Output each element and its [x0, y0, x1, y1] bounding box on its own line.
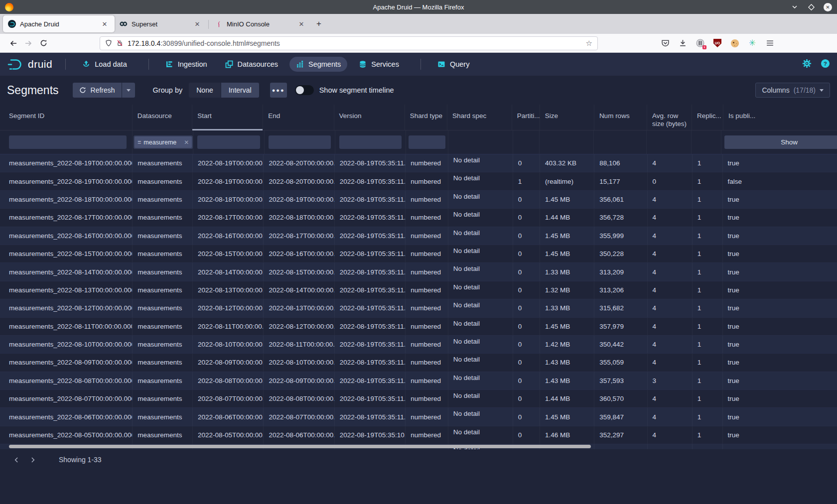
- version-filter-input[interactable]: [339, 135, 402, 149]
- more-options-button[interactable]: ●●●: [270, 83, 287, 98]
- datasource-filter-tag[interactable]: = measureme ✕: [135, 136, 192, 148]
- table-row[interactable]: measurements_2022-08-15T00:00:00.000Z...…: [0, 245, 837, 263]
- table-cell: 2022-08-11T00:00:00.0...: [193, 318, 264, 335]
- table-cell: 2022-08-17T00:00:00.0...: [264, 227, 334, 245]
- group-by-label: Group by: [153, 86, 183, 94]
- tab-close-icon[interactable]: ✕: [100, 19, 110, 29]
- forward-icon[interactable]: [21, 36, 36, 50]
- column-header[interactable]: End: [263, 105, 334, 130]
- ublock-icon[interactable]: UO: [712, 38, 723, 49]
- table-row[interactable]: measurements_2022-08-07T00:00:00.000Z...…: [0, 390, 837, 408]
- columns-button[interactable]: Columns (17/18): [755, 83, 830, 98]
- nav-item-services[interactable]: Services: [352, 57, 406, 72]
- table-cell: 1.46 MB: [540, 426, 594, 444]
- window-minimize-icon[interactable]: [791, 3, 799, 11]
- tag-remove-icon[interactable]: ✕: [184, 139, 189, 146]
- group-by-none-button[interactable]: None: [189, 83, 220, 98]
- table-row[interactable]: measurements_2022-08-11T00:00:00.000Z...…: [0, 318, 837, 336]
- window-maximize-icon[interactable]: [807, 3, 815, 11]
- tab-superset[interactable]: Superset ✕: [115, 15, 207, 32]
- extension-disabled-icon[interactable]: x: [695, 38, 705, 49]
- table-row[interactable]: measurements_2022-08-10T00:00:00.000Z...…: [0, 336, 837, 354]
- downloads-icon[interactable]: [677, 38, 688, 49]
- column-header[interactable]: Start: [192, 105, 263, 130]
- table-cell: 2022-08-18T00:00:00.0...: [264, 209, 334, 226]
- column-header[interactable]: Datasource: [133, 105, 192, 130]
- table-row[interactable]: measurements_2022-08-19T00:00:00.000Z...…: [0, 154, 837, 172]
- window-titlebar: Apache Druid — Mozilla Firefox ✕: [0, 0, 837, 14]
- table-row[interactable]: measurements_2022-08-18T00:00:00.000Z...…: [0, 191, 837, 209]
- window-close-icon[interactable]: ✕: [824, 3, 832, 11]
- column-header[interactable]: Partiti...: [512, 105, 540, 130]
- segment-timeline-toggle[interactable]: [295, 85, 314, 95]
- help-icon[interactable]: ?: [821, 59, 830, 70]
- column-header[interactable]: Size: [540, 105, 594, 130]
- table-cell: 1.44 MB: [540, 390, 594, 407]
- column-header[interactable]: Segment ID: [0, 105, 133, 130]
- tab-close-icon[interactable]: ✕: [296, 19, 306, 29]
- datasource-filter-input[interactable]: = measureme ✕: [134, 135, 193, 149]
- refresh-label: Refresh: [91, 86, 115, 94]
- column-header[interactable]: Num rows: [594, 105, 647, 130]
- filter-cell-end: [265, 130, 335, 154]
- table-row[interactable]: measurements_2022-08-06T00:00:00.000Z...…: [0, 408, 837, 426]
- table-cell: 403.32 KB: [540, 154, 594, 172]
- insecure-lock-icon[interactable]: [117, 39, 123, 47]
- column-header[interactable]: Shard spec: [447, 105, 512, 130]
- table-cell: 2022-08-09T00:00:00.0...: [193, 354, 264, 371]
- start-filter-input[interactable]: [197, 135, 260, 149]
- bookmark-star-icon[interactable]: ☆: [586, 39, 592, 48]
- table-row[interactable]: measurements_2022-08-16T00:00:00.000Z...…: [0, 227, 837, 245]
- druid-logo[interactable]: druid: [7, 58, 52, 71]
- nav-item-datasources[interactable]: Datasources: [219, 57, 284, 72]
- table-cell: measurements: [133, 336, 193, 353]
- settings-gear-icon[interactable]: [802, 59, 812, 70]
- refresh-button[interactable]: Refresh: [73, 83, 122, 98]
- table-row[interactable]: measurements_2022-08-13T00:00:00.000Z...…: [0, 281, 837, 299]
- table-row[interactable]: measurements_2022-08-09T00:00:00.000Z...…: [0, 354, 837, 372]
- ingestion-icon: [165, 60, 173, 68]
- column-header[interactable]: Avg. row size (bytes): [647, 105, 692, 130]
- new-tab-button[interactable]: +: [311, 16, 326, 31]
- is-published-show-button[interactable]: Show: [724, 135, 837, 149]
- shard-type-filter-input[interactable]: [409, 135, 445, 149]
- nav-item-segments[interactable]: Segments: [289, 57, 347, 72]
- tab-minio-console[interactable]: MinIO Console ✕: [210, 15, 311, 32]
- table-row[interactable]: measurements_2022-08-08T00:00:00.000Z...…: [0, 372, 837, 390]
- back-icon[interactable]: [6, 36, 21, 50]
- table-cell: 2022-08-19T00:00:00.0...: [264, 191, 334, 208]
- cookie-extension-icon[interactable]: [729, 38, 740, 49]
- end-filter-input[interactable]: [269, 135, 331, 149]
- asterisk-extension-icon[interactable]: ✳: [747, 38, 758, 49]
- pocket-icon[interactable]: [660, 38, 671, 49]
- table-cell: 355,999: [594, 227, 647, 245]
- table-cell: measurements_2022-08-19T00:00:00.000Z...: [0, 154, 133, 172]
- segment-id-filter-input[interactable]: [9, 135, 127, 149]
- menu-hamburger-icon[interactable]: [764, 38, 775, 49]
- group-by-interval-button[interactable]: Interval: [221, 83, 259, 98]
- nav-item-query[interactable]: Query: [431, 57, 476, 72]
- horizontal-scrollbar[interactable]: [9, 445, 591, 448]
- column-header[interactable]: Is publi...: [723, 105, 837, 130]
- next-page-icon[interactable]: [26, 453, 39, 466]
- table-row[interactable]: measurements_2022-08-05T00:00:00.000Z...…: [0, 426, 837, 444]
- table-row[interactable]: measurements_2022-08-12T00:00:00.000Z...…: [0, 299, 837, 317]
- nav-item-ingestion[interactable]: Ingestion: [159, 57, 214, 72]
- table-row[interactable]: measurements_2022-08-14T00:00:00.000Z...…: [0, 263, 837, 281]
- nav-item-load-data[interactable]: Load data: [76, 57, 134, 72]
- column-header-label: Avg. row size (bytes): [652, 112, 687, 127]
- shield-icon[interactable]: [105, 39, 112, 47]
- table-row[interactable]: measurements_2022-08-17T00:00:00.000Z...…: [0, 209, 837, 227]
- refresh-caret-button[interactable]: [122, 83, 135, 98]
- tab-close-icon[interactable]: ✕: [192, 19, 202, 29]
- column-header[interactable]: Replic...: [692, 105, 723, 130]
- tab-apache-druid[interactable]: Apache Druid ✕: [3, 15, 115, 32]
- table-cell: No detail: [448, 154, 513, 172]
- table-cell: No detail: [448, 263, 513, 280]
- column-header[interactable]: Version: [334, 105, 405, 130]
- table-row[interactable]: measurements_2022-08-19T00:00:00.000Z...…: [0, 172, 837, 190]
- column-header[interactable]: Shard type: [405, 105, 447, 130]
- previous-page-icon[interactable]: [10, 453, 23, 466]
- url-bar[interactable]: 172.18.0.4:30899/unified-console.html#se…: [100, 36, 598, 50]
- reload-icon[interactable]: [36, 36, 51, 50]
